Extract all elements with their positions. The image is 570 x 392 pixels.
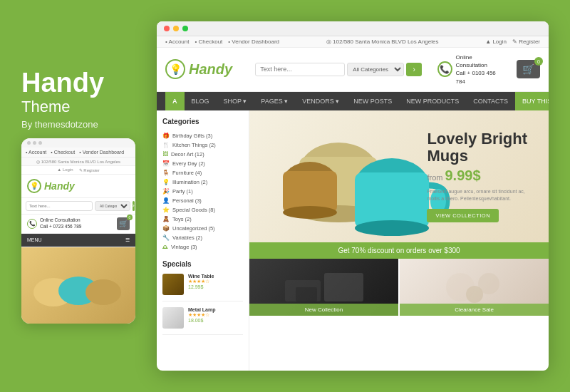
theme-name: Handy: [21, 69, 135, 96]
topnav-account[interactable]: • Account: [165, 38, 190, 45]
topnav-address: ◎ 102/580 Santa Monica BLVD Los Angeles: [326, 38, 439, 45]
hero-view-collection-button[interactable]: VIEW COLLECTION: [427, 209, 499, 222]
cat-variables[interactable]: 🔧Variables (2): [162, 233, 243, 242]
left-panel: Handy Theme By themesdotzone • Account •…: [21, 69, 135, 324]
browser-chrome: [157, 21, 549, 36]
categories-title: Categories: [162, 118, 243, 125]
site-mainnav: A BLOG SHOP ▾ PAGES ▾ VENDORS ▾ NEW POST…: [157, 92, 549, 110]
mobile-search-button[interactable]: ›: [133, 201, 135, 211]
site-search-wrap: All Categories ›: [255, 63, 422, 76]
hero-title: Lovely BrightMugs: [427, 130, 527, 165]
browser-dot-yellow: [173, 26, 179, 31]
topnav-right: ▲ Login ✎ Register: [485, 38, 540, 45]
mobile-search-select[interactable]: All Categories: [95, 201, 130, 211]
special-metal-lamp-stars: ★★★★☆: [188, 312, 243, 318]
mobile-hero-image: [21, 247, 135, 324]
topnav-vendor[interactable]: • Vendor Dashboard: [228, 38, 279, 45]
cat-illumination[interactable]: 💡Illumination (2): [162, 177, 243, 187]
thumb-row: New Collection Clearance Sale: [249, 259, 549, 316]
thumb-clearance[interactable]: Clearance Sale: [400, 259, 549, 316]
mobile-nav-bar: • Account • Checkout • Vendor Dashboard: [21, 148, 135, 158]
browser-mockup: • Account • Checkout • Vendor Dashboard …: [157, 21, 549, 371]
nav-pages[interactable]: PAGES ▾: [254, 92, 295, 110]
mobile-address-bar: ◎ 102/580 Santa Monica BLVD Los Angeles: [21, 158, 135, 166]
site-logo-text: Handy: [189, 61, 232, 78]
site-cart-button[interactable]: 🛒 0: [517, 60, 540, 78]
mobile-nav-checkout: • Checkout: [51, 150, 75, 155]
mobile-menu-icon: ☰: [125, 237, 130, 243]
mobile-search-input[interactable]: [26, 201, 93, 211]
mobile-dot-green: [38, 141, 42, 145]
cat-decor[interactable]: 🖼Decor Art (12): [162, 150, 243, 159]
nav-shop[interactable]: SHOP ▾: [217, 92, 254, 110]
mobile-cart-badge: 0: [127, 215, 133, 220]
browser-dot-red: [164, 26, 170, 31]
mobile-login-link[interactable]: ▲ Login: [57, 167, 73, 172]
site-sidebar: Categories 🎁Birthday Gifts (3) 🍴Kitchen …: [157, 110, 249, 371]
svg-rect-16: [296, 287, 317, 301]
special-metal-lamp-info: Metal Lamp ★★★★☆ 18.00$: [188, 307, 243, 329]
special-metal-lamp[interactable]: Metal Lamp ★★★★☆ 18.00$: [162, 307, 243, 335]
site-content: Lovely BrightMugs from 9.99$ Praesent au…: [249, 110, 549, 371]
mobile-logo-icon: 💡: [27, 179, 41, 193]
topnav-login[interactable]: ▲ Login: [485, 38, 507, 45]
discount-banner: Get 70% discount on orders over $300: [249, 242, 549, 259]
browser-content: • Account • Checkout • Vendor Dashboard …: [157, 36, 549, 371]
mobile-mockup: • Account • Checkout • Vendor Dashboard …: [21, 138, 135, 324]
nav-home[interactable]: A: [165, 92, 185, 110]
thumb-new-collection[interactable]: New Collection: [249, 259, 398, 316]
site-header: 💡 Handy All Categories › 📞 Online Consul…: [157, 48, 549, 92]
theme-title-block: Handy Theme By themesdotzone: [21, 69, 135, 130]
mobile-search-bar: All Categories ›: [21, 198, 135, 215]
mobile-menu-button[interactable]: MENU ☰: [21, 234, 135, 247]
site-search-select[interactable]: All Categories: [347, 63, 404, 76]
cat-toys[interactable]: 🧸Toys (2): [162, 215, 243, 224]
cat-kitchen[interactable]: 🍴Kitchen Things (2): [162, 140, 243, 150]
hero-desc: Praesent augue arcu, ornare sit tincidun…: [427, 188, 527, 203]
cat-personal[interactable]: 👤Personal (3): [162, 196, 243, 205]
special-metal-lamp-img: [162, 307, 184, 329]
hero-banner: Lovely BrightMugs from 9.99$ Praesent au…: [249, 110, 549, 242]
mobile-logo-area: 💡 Handy: [21, 175, 135, 198]
topnav-register[interactable]: ✎ Register: [512, 38, 540, 45]
cat-furniture[interactable]: 🪑Furniture (4): [162, 168, 243, 177]
mobile-dot-yellow: [33, 141, 36, 145]
nav-new-products[interactable]: NEW PRODUCTS: [399, 92, 466, 110]
svg-point-9: [355, 220, 429, 236]
mobile-cart-icon[interactable]: 🛒 0: [117, 217, 130, 230]
mobile-nav-account: • Account: [26, 150, 46, 155]
cat-birthday-gifts[interactable]: 🎁Birthday Gifts (3): [162, 131, 243, 140]
cat-vintage[interactable]: 🕰Vintage (3): [162, 242, 243, 252]
nav-vendors[interactable]: VENDORS ▾: [295, 92, 346, 110]
cat-uncategorized[interactable]: 📦Uncategorized (5): [162, 224, 243, 233]
site-search-input[interactable]: [255, 63, 345, 76]
nav-blog[interactable]: BLOG: [185, 92, 217, 110]
site-main: Categories 🎁Birthday Gifts (3) 🍴Kitchen …: [157, 110, 549, 371]
nav-buy-theme[interactable]: BUY THIS THEME NOW!: [515, 92, 549, 110]
hero-text-block: Lovely BrightMugs from 9.99$ Praesent au…: [427, 130, 527, 222]
theme-author: By themesdotzone: [21, 119, 135, 130]
theme-subtitle: Theme: [21, 98, 135, 116]
svg-point-19: [466, 286, 483, 303]
site-topnav: • Account • Checkout • Vendor Dashboard …: [157, 36, 549, 48]
hero-price: from 9.99$: [427, 167, 527, 184]
cat-special[interactable]: ⭐Special Goods (8): [162, 205, 243, 215]
special-wine-table-img: [162, 274, 184, 295]
svg-point-2: [86, 279, 121, 305]
special-wine-table[interactable]: Wine Table ★★★★☆ 12.99$: [162, 274, 243, 301]
mobile-dot-red: [27, 141, 31, 145]
thumb-clearance-label: Clearance Sale: [400, 304, 549, 316]
sidebar-specials: Specials Wine Table ★★★★☆ 12.99$ Metal L…: [162, 260, 243, 335]
nav-new-posts[interactable]: NEW POSTS: [346, 92, 399, 110]
nav-contacts[interactable]: CONTACTS: [466, 92, 515, 110]
cat-everyday[interactable]: 📅Every Day (2): [162, 159, 243, 168]
svg-point-13: [283, 206, 337, 219]
site-search-button[interactable]: ›: [406, 63, 422, 76]
topnav-checkout[interactable]: • Checkout: [195, 38, 223, 45]
site-cart-badge: 0: [534, 57, 543, 66]
site-consult-text: Online Consultation Call + 0103 456 784: [456, 53, 502, 86]
cat-party[interactable]: 🎉Party (1): [162, 187, 243, 196]
mobile-register-link[interactable]: ✎ Register: [79, 167, 100, 172]
special-metal-lamp-name: Metal Lamp: [188, 307, 243, 312]
mobile-phone-icon: 📞: [27, 219, 37, 229]
